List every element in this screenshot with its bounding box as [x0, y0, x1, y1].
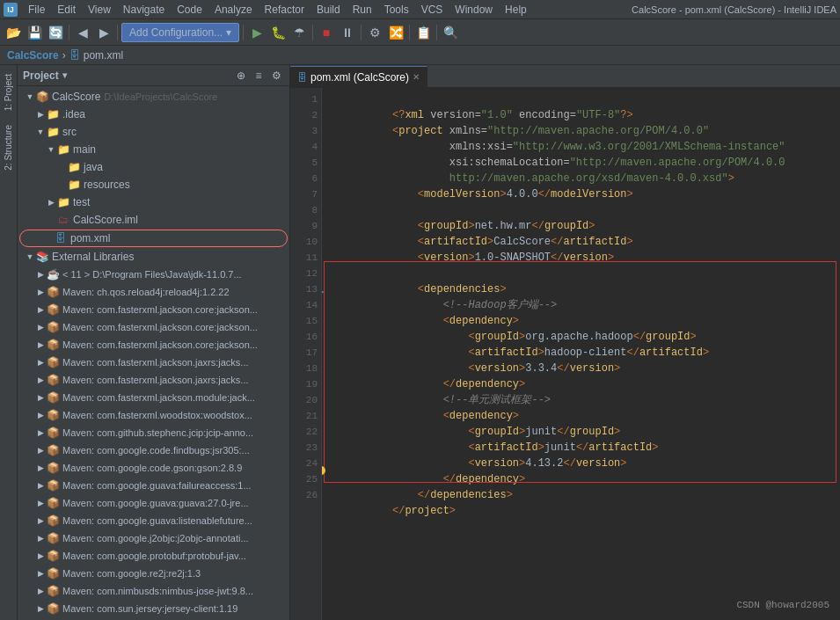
tree-item-idea[interactable]: ▶ 📁 .idea — [18, 106, 289, 123]
project-panel-header: Project ▾ ⊕ ≡ ⚙ — [18, 65, 289, 86]
maven-icon-7: 📦 — [46, 390, 60, 405]
tree-item-maven17[interactable]: ▶ 📦 Maven: com.google.re2j:re2j:1.3 — [18, 565, 289, 582]
tree-item-maven7[interactable]: ▶ 📦 Maven: com.fasterxml.jackson.module:… — [18, 389, 289, 406]
tree-item-maven8[interactable]: ▶ 📦 Maven: com.fasterxml.woodstox:woodst… — [18, 406, 289, 424]
toolbar-search-btn[interactable]: 🔍 — [441, 23, 460, 42]
expand-arrow-ext-libs: ▼ — [25, 252, 35, 262]
tree-item-maven15[interactable]: ▶ 📦 Maven: com.google.j2objc:j2objc-anno… — [18, 529, 289, 547]
tab-close-icon[interactable]: ✕ — [413, 72, 420, 82]
tree-label-maven3: Maven: com.fasterxml.jackson.core:jackso… — [62, 322, 258, 332]
toolbar-sep5 — [361, 25, 362, 40]
toolbar: 📂 💾 🔄 ◀ ▶ Add Configuration... ▾ ▶ 🐛 ☂ ■… — [0, 19, 840, 46]
menu-code[interactable]: Code — [172, 2, 208, 18]
maven-icon-1: 📦 — [46, 285, 60, 299]
side-tab-project[interactable]: 1: Project — [2, 69, 15, 116]
add-config-caret: ▾ — [226, 26, 231, 39]
expand-arrow-calcscore: ▼ — [25, 91, 35, 102]
maven-icon-19: 📦 — [46, 602, 60, 616]
toolbar-save-btn[interactable]: 💾 — [25, 23, 44, 42]
toolbar-copy-btn[interactable]: 📋 — [413, 23, 433, 42]
menu-tools[interactable]: Tools — [379, 2, 414, 18]
menu-help[interactable]: Help — [500, 2, 532, 18]
tree-item-jdk[interactable]: ▶ ☕ < 11 > D:\Program Files\Java\jdk-11.… — [18, 266, 289, 283]
code-content[interactable]: <?xml version="1.0" encoding="UTF-8"?> <… — [322, 88, 840, 620]
toolbar-sep6 — [409, 25, 410, 40]
tree-item-maven1[interactable]: ▶ 📦 Maven: ch.qos.reload4j:reload4j:1.2.… — [18, 283, 289, 301]
tab-label: pom.xml (CalcScore) — [310, 71, 409, 84]
toolbar-sync-btn[interactable]: 🔄 — [46, 23, 65, 42]
toolbar-run-btn[interactable]: ▶ — [247, 23, 267, 42]
expand-arrow-maven15: ▶ — [35, 533, 46, 543]
expand-arrow-maven3: ▶ — [35, 322, 46, 332]
menu-run[interactable]: Run — [347, 2, 377, 18]
menu-window[interactable]: Window — [449, 2, 498, 18]
toolbar-settings-btn[interactable]: ⚙ — [365, 23, 384, 42]
project-panel-caret[interactable]: ▾ — [62, 70, 67, 80]
breadcrumb-file[interactable]: pom.xml — [84, 49, 123, 62]
tree-item-src[interactable]: ▼ 📁 src — [18, 123, 289, 141]
menu-navigate[interactable]: Navigate — [118, 2, 170, 18]
toolbar-debug-btn[interactable]: 🐛 — [268, 23, 288, 42]
add-config-label: Add Configuration... — [129, 26, 223, 39]
expand-arrow-maven7: ▶ — [35, 392, 46, 403]
breadcrumb-project[interactable]: CalcScore — [7, 49, 59, 62]
yellow-dot — [322, 466, 325, 475]
toolbar-open-btn[interactable]: 📂 — [4, 23, 23, 42]
tree-item-java[interactable]: 📁 java — [18, 158, 289, 176]
editor-tab-pom[interactable]: 🗄 pom.xml (CalcScore) ✕ — [290, 66, 427, 87]
tree-item-maven2[interactable]: ▶ 📦 Maven: com.fasterxml.jackson.core:ja… — [18, 301, 289, 318]
tree-item-maven19[interactable]: ▶ 📦 Maven: com.sun.jersey:jersey-client:… — [18, 600, 289, 617]
panel-btn-collapse[interactable]: ≡ — [251, 68, 267, 84]
tree-label-maven6: Maven: com.fasterxml.jackson.jaxrs:jacks… — [62, 375, 249, 385]
menu-file[interactable]: File — [23, 2, 50, 18]
project-panel: Project ▾ ⊕ ≡ ⚙ ▼ 📦 CalcScore D:\IdeaPro… — [18, 65, 290, 620]
tree-item-calcscore[interactable]: ▼ 📦 CalcScore D:\IdeaProjects\CalcScore — [18, 88, 289, 106]
toolbar-vcs-btn[interactable]: 🔀 — [386, 23, 405, 42]
toolbar-pause-btn[interactable]: ⏸ — [338, 23, 357, 42]
expand-arrow-maven2: ▶ — [35, 304, 46, 315]
panel-btn-settings[interactable]: ⚙ — [268, 68, 284, 84]
breadcrumb-file-icon: 🗄 — [69, 49, 80, 62]
tree-item-iml[interactable]: 🗂 CalcScore.iml — [18, 211, 289, 229]
toolbar-sep3 — [243, 25, 244, 40]
menu-vcs[interactable]: VCS — [416, 2, 449, 18]
tree-item-maven18[interactable]: ▶ 📦 Maven: com.nimbusds:nimbus-jose-jwt:… — [18, 582, 289, 600]
menu-edit[interactable]: Edit — [52, 2, 81, 18]
expand-arrow-maven12: ▶ — [35, 480, 46, 491]
maven-icon-6: 📦 — [46, 373, 60, 387]
tree-item-maven16[interactable]: ▶ 📦 Maven: com.google.protobuf:protobuf-… — [18, 547, 289, 565]
tree-item-ext-libs[interactable]: ▼ 📚 External Libraries — [18, 248, 289, 266]
tree-item-maven11[interactable]: ▶ 📦 Maven: com.google.code.gson:gson:2.8… — [18, 459, 289, 477]
menu-view[interactable]: View — [83, 2, 116, 18]
toolbar-back-btn[interactable]: ◀ — [73, 23, 92, 42]
tree-item-maven14[interactable]: ▶ 📦 Maven: com.google.guava:listenablefu… — [18, 512, 289, 529]
folder-icon-test: 📁 — [56, 195, 70, 209]
side-tab-structure[interactable]: 2: Structure — [2, 120, 15, 176]
tree-item-maven5[interactable]: ▶ 📦 Maven: com.fasterxml.jackson.jaxrs:j… — [18, 354, 289, 371]
maven-icon-4: 📦 — [46, 338, 60, 352]
tree-item-main[interactable]: ▼ 📁 main — [18, 141, 289, 158]
tree-item-pom[interactable]: 🗄 pom.xml — [19, 230, 288, 247]
tree-item-maven4[interactable]: ▶ 📦 Maven: com.fasterxml.jackson.core:ja… — [18, 336, 289, 354]
tree-item-maven13[interactable]: ▶ 📦 Maven: com.google.guava:guava:27.0-j… — [18, 494, 289, 512]
toolbar-forward-btn[interactable]: ▶ — [94, 23, 113, 42]
tree-label-maven7: Maven: com.fasterxml.jackson.module:jack… — [62, 392, 255, 403]
tree-item-maven9[interactable]: ▶ 📦 Maven: com.github.stephenc.jcip:jcip… — [18, 424, 289, 441]
add-configuration-button[interactable]: Add Configuration... ▾ — [121, 23, 239, 42]
tree-label-maven5: Maven: com.fasterxml.jackson.jaxrs:jacks… — [62, 357, 249, 368]
folder-icon-main: 📁 — [56, 142, 70, 157]
tree-item-resources[interactable]: 📁 resources — [18, 176, 289, 193]
toolbar-coverage-btn[interactable]: ☂ — [289, 23, 309, 42]
tree-label-maven9: Maven: com.github.stephenc.jcip:jcip-ann… — [62, 427, 253, 438]
toolbar-stop-btn[interactable]: ■ — [317, 23, 336, 42]
panel-btn-locate[interactable]: ⊕ — [233, 68, 249, 84]
tree-item-test[interactable]: ▶ 📁 test — [18, 193, 289, 211]
menu-build[interactable]: Build — [311, 2, 346, 18]
menu-analyze[interactable]: Analyze — [209, 2, 258, 18]
tree-item-maven10[interactable]: ▶ 📦 Maven: com.google.code.findbugs:jsr3… — [18, 441, 289, 459]
menu-refactor[interactable]: Refactor — [259, 2, 310, 18]
tree-item-maven6[interactable]: ▶ 📦 Maven: com.fasterxml.jackson.jaxrs:j… — [18, 371, 289, 389]
editor-tabs: 🗄 pom.xml (CalcScore) ✕ — [290, 65, 840, 88]
tree-item-maven3[interactable]: ▶ 📦 Maven: com.fasterxml.jackson.core:ja… — [18, 318, 289, 336]
tree-item-maven12[interactable]: ▶ 📦 Maven: com.google.guava:failureacces… — [18, 477, 289, 494]
